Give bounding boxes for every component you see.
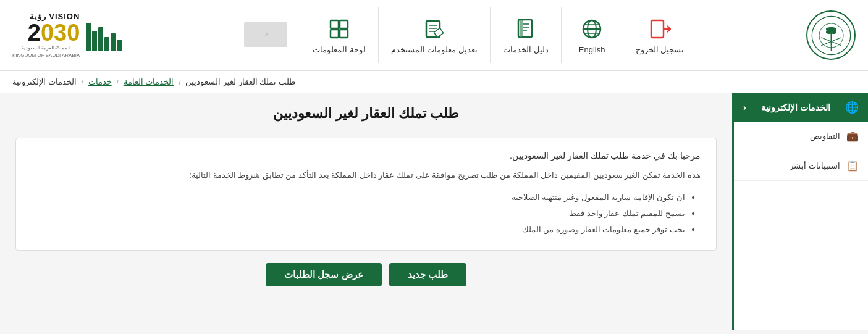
new-request-button[interactable]: طلب جديد — [389, 263, 466, 286]
breadcrumb-sep-3: / — [179, 78, 180, 86]
dashboard-label: لوحة المعلومات — [313, 45, 366, 54]
condition-1: ان تكون الإقامة سارية المفعول وغير منتهي… — [32, 190, 685, 206]
book-icon — [513, 17, 538, 41]
conditions-list: ان تكون الإقامة سارية المفعول وغير منتهي… — [32, 190, 701, 238]
logout-nav-item[interactable]: تسجيل الخروج — [623, 7, 697, 63]
edit-info-nav-item[interactable]: تعديل معلومات المستخدم — [378, 7, 490, 63]
condition-3: يجب توفر جميع معلومات العقار وصورة من ال… — [32, 222, 685, 238]
welcome-text: مرحبا بك في خدمة طلب تملك العقار لغير ال… — [32, 151, 701, 161]
sidebar-title: الخدمات الإلكترونية — [761, 102, 830, 112]
info-card: مرحبا بك في خدمة طلب تملك العقار لغير ال… — [15, 138, 717, 251]
svg-rect-30 — [340, 30, 348, 38]
english-nav-item[interactable]: English — [561, 7, 623, 63]
sidebar-header: 🌐 الخدمات الإلكترونية ‹ — [734, 93, 868, 122]
logo-area — [806, 10, 856, 60]
breadcrumb-item-4: طلب تملك العقار لغير السعوديين — [185, 77, 295, 86]
header-nav: تسجيل الخروج English — [122, 7, 806, 63]
flag-nav-item[interactable]: 🏳 — [232, 7, 300, 63]
briefcase-icon: 💼 — [846, 130, 859, 142]
main-layout: 🌐 الخدمات الإلكترونية ‹ 💼 التفاويض 📋 است… — [0, 93, 868, 330]
svg-rect-27 — [331, 20, 339, 28]
svg-point-4 — [827, 27, 835, 31]
page-title: طلب تملك العقار لغير السعوديين — [15, 106, 717, 128]
svg-rect-17 — [520, 20, 522, 37]
breadcrumb-item-2[interactable]: خدمات — [88, 77, 112, 86]
edit-icon — [422, 17, 447, 41]
breadcrumb-item-1: الخدمات الإلكترونية — [12, 77, 77, 86]
header: تسجيل الخروج English — [0, 0, 868, 71]
sidebar-absher-label: استبيانات أبشر — [790, 161, 840, 170]
breadcrumb-sep-1: / — [82, 78, 83, 86]
bar-chart-icon — [86, 20, 122, 51]
edit-info-label: تعديل معلومات المستخدم — [391, 45, 478, 54]
grid-icon — [327, 17, 352, 41]
action-buttons: طلب جديد عرض سجل الطلبات — [15, 263, 717, 293]
svg-rect-9 — [651, 20, 664, 38]
breadcrumb: طلب تملك العقار لغير السعوديين / الخدمات… — [0, 71, 868, 93]
vision-logo-area: VISION رؤية 2030 المملكة العربية السعودي… — [12, 12, 122, 58]
vision-subtitle-text: المملكة العربية السعوديةKINGDOM OF SAUDI… — [12, 44, 80, 58]
sidebar-item-negotiations[interactable]: 💼 التفاويض — [734, 122, 868, 151]
logout-icon — [647, 17, 672, 41]
sidebar: 🌐 الخدمات الإلكترونية ‹ 💼 التفاويض 📋 است… — [732, 93, 868, 330]
globe-icon — [579, 17, 604, 41]
services-guide-nav-item[interactable]: دليل الخدمات — [490, 7, 561, 63]
svg-rect-28 — [340, 20, 348, 28]
svg-text:🏳: 🏳 — [263, 31, 269, 38]
svg-rect-29 — [331, 30, 339, 38]
vision-logo: VISION رؤية 2030 المملكة العربية السعودي… — [12, 12, 122, 58]
saudi-emblem — [806, 10, 856, 60]
flag-icon: 🏳 — [244, 22, 287, 47]
services-guide-label: دليل الخدمات — [503, 45, 549, 54]
english-label: English — [579, 45, 605, 54]
description-text: هذه الخدمة تمكن الغير سعوديين المقيمين د… — [32, 168, 701, 182]
breadcrumb-sep-2: / — [117, 78, 119, 86]
condition-2: يسمح للمقيم تملك عقار واحد فقط — [32, 206, 685, 222]
sidebar-item-absher[interactable]: 📋 استبيانات أبشر — [734, 151, 868, 181]
sidebar-chevron-icon[interactable]: ‹ — [743, 102, 746, 112]
sidebar-globe-icon: 🌐 — [845, 101, 859, 114]
dashboard-nav-item[interactable]: لوحة المعلومات — [300, 7, 378, 63]
clipboard-icon: 📋 — [846, 160, 859, 172]
breadcrumb-item-3[interactable]: الخدمات العامة — [124, 77, 174, 86]
sidebar-negotiations-label: التفاويض — [810, 132, 840, 141]
vision-year-text: 2030 — [28, 21, 80, 44]
logout-label: تسجيل الخروج — [636, 45, 685, 54]
view-requests-button[interactable]: عرض سجل الطلبات — [266, 263, 381, 286]
content-area: طلب تملك العقار لغير السعوديين مرحبا بك … — [0, 93, 732, 330]
